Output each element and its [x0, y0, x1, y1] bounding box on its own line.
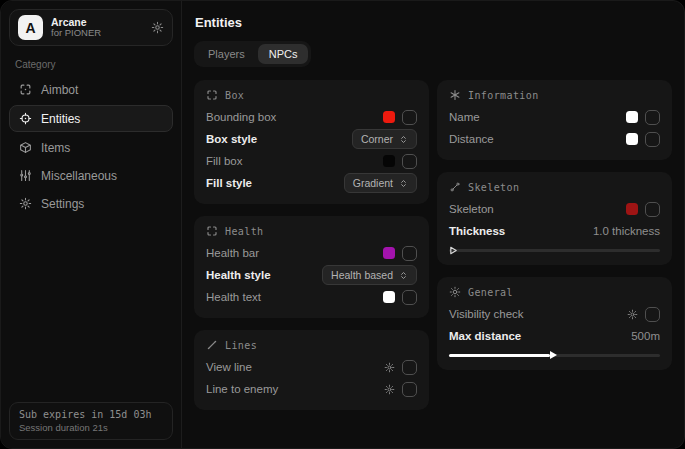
- color-swatch[interactable]: [626, 111, 638, 123]
- health-text-row: Health text: [206, 286, 417, 308]
- sidebar-item-label: Settings: [41, 197, 84, 211]
- box-card: Box Bounding box Box style Corner: [194, 80, 429, 204]
- dropdown-value: Gradient: [353, 177, 393, 189]
- row-label: Line to enemy: [206, 383, 278, 395]
- row-label: Box style: [206, 133, 257, 145]
- row-label: Skeleton: [449, 203, 494, 215]
- distance-row: Distance: [449, 128, 660, 150]
- chevron-up-down-icon: [399, 135, 408, 144]
- visibility-check-checkbox[interactable]: [645, 307, 660, 322]
- app-subtitle: for PIONER: [51, 28, 143, 39]
- sidebar-item-miscellaneous[interactable]: Miscellaneous: [9, 163, 173, 188]
- diagonal-line-icon: [206, 339, 218, 351]
- gear-icon[interactable]: [384, 384, 395, 395]
- gear-icon[interactable]: [627, 309, 638, 320]
- sidebar-item-items[interactable]: Items: [9, 135, 173, 160]
- tab-players[interactable]: Players: [197, 44, 256, 64]
- card-title: Skeleton: [468, 182, 519, 193]
- general-card: General Visibility check Max distance: [437, 277, 672, 370]
- row-label: Name: [449, 111, 480, 123]
- sidebar-item-settings[interactable]: Settings: [9, 191, 173, 216]
- lines-card: Lines View line Line to enemy: [194, 330, 429, 410]
- skeleton-row: Skeleton: [449, 198, 660, 220]
- tab-npcs[interactable]: NPCs: [258, 44, 309, 64]
- gear-icon[interactable]: [151, 21, 164, 34]
- gear-icon: [19, 197, 32, 210]
- color-swatch[interactable]: [626, 133, 638, 145]
- row-label: Fill box: [206, 155, 242, 167]
- box-style-row: Box style Corner: [206, 128, 417, 150]
- health-style-row: Health style Health based: [206, 264, 417, 286]
- bone-icon: [449, 181, 461, 193]
- line-to-enemy-checkbox[interactable]: [402, 382, 417, 397]
- row-label: Health style: [206, 269, 271, 281]
- card-title: Box: [225, 90, 244, 101]
- row-label: Distance: [449, 133, 494, 145]
- slider-track: [449, 249, 660, 252]
- package-icon: [19, 141, 32, 154]
- asterisk-icon: [449, 89, 461, 101]
- slider-handle[interactable]: [449, 241, 458, 259]
- row-label: Visibility check: [449, 308, 524, 320]
- sun-icon: [449, 286, 461, 298]
- sliders-icon: [19, 169, 32, 182]
- max-distance-slider[interactable]: [449, 350, 660, 360]
- row-label: Health text: [206, 291, 261, 303]
- chevron-up-down-icon: [399, 179, 408, 188]
- slider-handle[interactable]: [550, 351, 557, 359]
- target-icon: [19, 112, 32, 125]
- color-swatch[interactable]: [383, 155, 395, 167]
- box-style-dropdown[interactable]: Corner: [352, 129, 417, 149]
- view-line-row: View line: [206, 356, 417, 378]
- sidebar-item-label: Items: [41, 141, 70, 155]
- sidebar-nav: Aimbot Entities Items Miscellaneous: [9, 77, 173, 216]
- view-line-checkbox[interactable]: [402, 360, 417, 375]
- chevron-up-down-icon: [399, 271, 408, 280]
- color-swatch[interactable]: [383, 291, 395, 303]
- color-swatch[interactable]: [626, 203, 638, 215]
- subscription-info: Sub expires in 15d 03h Session duration …: [9, 402, 173, 440]
- app-logo: A: [18, 15, 43, 40]
- bounding-box-checkbox[interactable]: [402, 110, 417, 125]
- information-card: Information Name Distance: [437, 80, 672, 160]
- fill-box-row: Fill box: [206, 150, 417, 172]
- card-title: Health: [225, 226, 264, 237]
- health-style-dropdown[interactable]: Health based: [322, 265, 417, 285]
- distance-checkbox[interactable]: [645, 132, 660, 147]
- card-title: Information: [468, 90, 539, 101]
- fill-style-row: Fill style Gradient: [206, 172, 417, 194]
- page-title: Entities: [195, 15, 672, 30]
- skeleton-checkbox[interactable]: [645, 202, 660, 217]
- gear-icon[interactable]: [384, 362, 395, 373]
- sidebar-item-label: Entities: [41, 112, 80, 126]
- sidebar-item-entities[interactable]: Entities: [9, 105, 173, 132]
- fill-style-dropdown[interactable]: Gradient: [344, 173, 417, 193]
- name-checkbox[interactable]: [645, 110, 660, 125]
- health-bar-row: Health bar: [206, 242, 417, 264]
- sub-expiry-text: Sub expires in 15d 03h: [19, 409, 163, 420]
- dropdown-value: Health based: [331, 269, 393, 281]
- color-swatch[interactable]: [383, 111, 395, 123]
- app-window: A Arcane for PIONER Category Aimbot: [0, 0, 685, 449]
- dropdown-value: Corner: [361, 133, 393, 145]
- row-label: Fill style: [206, 177, 252, 189]
- skeleton-card: Skeleton Skeleton Thickness 1.0 thicknes…: [437, 172, 672, 265]
- thickness-value: 1.0 thickness: [593, 225, 660, 237]
- main-content: Entities Players NPCs Box Bounding box: [182, 1, 684, 448]
- max-distance-value: 500m: [631, 330, 660, 342]
- crosshair-icon: [19, 83, 32, 96]
- thickness-slider[interactable]: [449, 245, 660, 255]
- health-card: Health Health bar Health style Health ba…: [194, 216, 429, 318]
- sidebar-item-aimbot[interactable]: Aimbot: [9, 77, 173, 102]
- fill-box-checkbox[interactable]: [402, 154, 417, 169]
- health-text-checkbox[interactable]: [402, 290, 417, 305]
- color-swatch[interactable]: [383, 247, 395, 259]
- bounding-box-row: Bounding box: [206, 106, 417, 128]
- session-duration-text: Session duration 21s: [19, 422, 163, 433]
- row-label: Thickness: [449, 225, 505, 237]
- row-label: Max distance: [449, 330, 521, 342]
- health-bar-checkbox[interactable]: [402, 246, 417, 261]
- scan-corners-icon: [206, 89, 218, 101]
- visibility-check-row: Visibility check: [449, 303, 660, 325]
- row-label: Health bar: [206, 247, 259, 259]
